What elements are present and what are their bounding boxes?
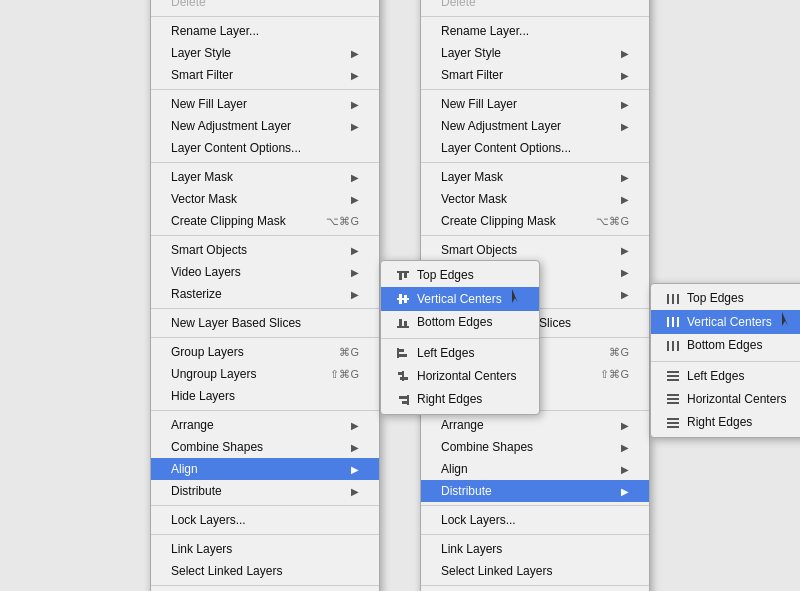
menu-item-layer-mask[interactable]: Layer Mask▶	[151, 166, 379, 188]
menu-item-smart-filter[interactable]: Smart Filter▶	[151, 64, 379, 86]
svg-rect-17	[399, 396, 407, 399]
svg-rect-14	[398, 372, 403, 375]
svg-rect-21	[677, 294, 679, 304]
r-submenu-vertical-centers[interactable]: Vertical Centers	[651, 310, 800, 334]
svg-rect-34	[667, 402, 679, 404]
submenu-top-edges[interactable]: Top Edges	[381, 264, 539, 287]
svg-rect-9	[404, 321, 407, 326]
r-submenu-horizontal-centers[interactable]: Horizontal Centers	[651, 388, 800, 411]
r-menu-item-arrange[interactable]: Arrange▶	[421, 414, 649, 436]
r-menu-item-link-layers[interactable]: Link Layers	[421, 538, 649, 560]
submenu-horizontal-centers[interactable]: Horizontal Centers	[381, 365, 539, 388]
r-menu-item-layer-content[interactable]: Layer Content Options...	[421, 137, 649, 159]
r-menu-item-align[interactable]: Align▶	[421, 458, 649, 480]
submenu-left-edges[interactable]: Left Edges	[381, 342, 539, 365]
svg-rect-24	[677, 317, 679, 327]
r-menu-item-distribute[interactable]: Distribute▶	[421, 480, 649, 502]
svg-rect-32	[667, 394, 679, 396]
menu-item-vector-mask[interactable]: Vector Mask▶	[151, 188, 379, 210]
menu-item-hide-layers[interactable]: Hide Layers	[151, 385, 379, 407]
r-menu-item-layer-mask[interactable]: Layer Mask▶	[421, 166, 649, 188]
svg-rect-15	[400, 377, 408, 380]
svg-marker-25	[782, 312, 788, 326]
svg-rect-28	[677, 341, 679, 351]
svg-rect-8	[399, 319, 402, 326]
svg-marker-6	[512, 289, 518, 303]
svg-rect-23	[672, 317, 674, 327]
r-submenu-left-edges[interactable]: Left Edges	[651, 365, 800, 388]
menu-item-clipping-mask[interactable]: Create Clipping Mask⌥⌘G	[151, 210, 379, 232]
r-menu-item-new-fill[interactable]: New Fill Layer▶	[421, 93, 649, 115]
menu-item-link-layers[interactable]: Link Layers	[151, 538, 379, 560]
r-cursor	[782, 312, 792, 332]
r-top-edges-icon	[665, 292, 681, 306]
right-edges-icon	[395, 393, 411, 407]
svg-rect-1	[399, 273, 402, 280]
menu-item-lock-layers[interactable]: Lock Layers...	[151, 509, 379, 531]
r-horizontal-centers-icon	[665, 392, 681, 406]
svg-rect-10	[397, 348, 399, 358]
svg-rect-33	[667, 398, 679, 400]
svg-rect-0	[397, 271, 409, 273]
cursor-left	[512, 289, 522, 309]
svg-rect-16	[407, 395, 409, 405]
r-left-edges-icon	[665, 369, 681, 383]
r-menu-item-clipping-mask[interactable]: Create Clipping Mask⌥⌘G	[421, 210, 649, 232]
r-menu-item-select-linked[interactable]: Select Linked Layers	[421, 560, 649, 582]
left-edges-icon	[395, 346, 411, 360]
menu-item-align[interactable]: Align▶	[151, 458, 379, 480]
top-edges-icon	[395, 269, 411, 283]
svg-rect-2	[404, 273, 407, 278]
r-submenu-bottom-edges[interactable]: Bottom Edges	[651, 334, 800, 357]
menu-item-select-linked[interactable]: Select Linked Layers	[151, 560, 379, 582]
menu-item-distribute[interactable]: Distribute▶	[151, 480, 379, 502]
r-menu-item-delete[interactable]: Delete	[421, 0, 649, 13]
menu-item-layer-style[interactable]: Layer Style▶	[151, 42, 379, 64]
svg-rect-11	[399, 349, 404, 352]
r-right-edges-icon	[665, 416, 681, 430]
menu-item-new-adj[interactable]: New Adjustment Layer▶	[151, 115, 379, 137]
svg-rect-30	[667, 375, 679, 377]
r-vertical-centers-icon	[665, 315, 681, 329]
svg-rect-5	[397, 298, 409, 300]
svg-rect-22	[667, 317, 669, 327]
menu-item-new-fill[interactable]: New Fill Layer▶	[151, 93, 379, 115]
bottom-edges-icon	[395, 316, 411, 330]
menu-item-arrange[interactable]: Arrange▶	[151, 414, 379, 436]
menu-item-new-layer-slices[interactable]: New Layer Based Slices	[151, 312, 379, 334]
menu-item-delete[interactable]: Delete	[151, 0, 379, 13]
submenu-right-edges[interactable]: Right Edges	[381, 388, 539, 411]
left-align-submenu: Top Edges Vertical Centers Bottom Edges …	[380, 260, 540, 415]
r-submenu-right-edges[interactable]: Right Edges	[651, 411, 800, 434]
svg-rect-36	[667, 422, 679, 424]
vertical-centers-icon	[395, 292, 411, 306]
r-submenu-top-edges[interactable]: Top Edges	[651, 287, 800, 310]
svg-rect-19	[667, 294, 669, 304]
r-menu-item-combine-shapes[interactable]: Combine Shapes▶	[421, 436, 649, 458]
svg-rect-12	[399, 354, 407, 357]
svg-rect-29	[667, 371, 679, 373]
left-menu: Layer New▶ Copy CSS Duplicate Layers... …	[150, 0, 380, 591]
r-menu-item-smart-filter[interactable]: Smart Filter▶	[421, 64, 649, 86]
menu-item-rename[interactable]: Rename Layer...	[151, 20, 379, 42]
menu-item-video-layers[interactable]: Video Layers▶	[151, 261, 379, 283]
menu-item-group-layers[interactable]: Group Layers⌘G	[151, 341, 379, 363]
left-menu-container: Layer New▶ Copy CSS Duplicate Layers... …	[150, 0, 380, 591]
submenu-vertical-centers[interactable]: Vertical Centers	[381, 287, 539, 311]
r-menu-item-lock-layers[interactable]: Lock Layers...	[421, 509, 649, 531]
menu-item-combine-shapes[interactable]: Combine Shapes▶	[151, 436, 379, 458]
r-menu-item-vector-mask[interactable]: Vector Mask▶	[421, 188, 649, 210]
menu-item-smart-objects[interactable]: Smart Objects▶	[151, 239, 379, 261]
r-menu-item-rename[interactable]: Rename Layer...	[421, 20, 649, 42]
menu-item-ungroup-layers[interactable]: Ungroup Layers⇧⌘G	[151, 363, 379, 385]
svg-rect-31	[667, 379, 679, 381]
menu-item-layer-content[interactable]: Layer Content Options...	[151, 137, 379, 159]
r-menu-item-smart-objects[interactable]: Smart Objects▶	[421, 239, 649, 261]
r-menu-item-layer-style[interactable]: Layer Style▶	[421, 42, 649, 64]
r-menu-item-new-adj[interactable]: New Adjustment Layer▶	[421, 115, 649, 137]
submenu-bottom-edges[interactable]: Bottom Edges	[381, 311, 539, 334]
svg-rect-20	[672, 294, 674, 304]
menu-item-rasterize[interactable]: Rasterize▶	[151, 283, 379, 305]
svg-rect-18	[402, 401, 407, 404]
svg-rect-35	[667, 418, 679, 420]
